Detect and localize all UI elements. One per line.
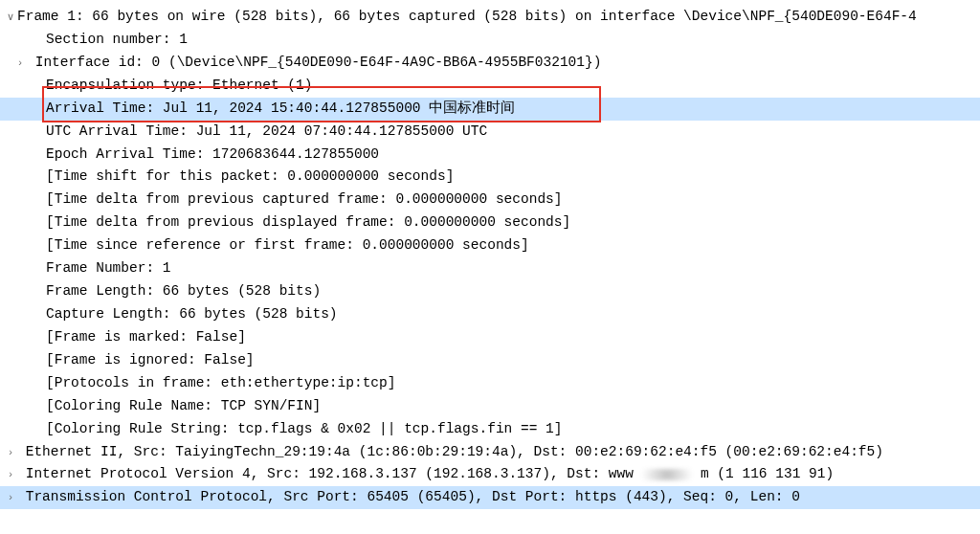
section-number-text: Section number: 1 <box>46 32 188 47</box>
arrival-time-row[interactable]: Arrival Time: Jul 11, 2024 15:40:44.1278… <box>0 98 980 121</box>
interface-id-row[interactable]: › Interface id: 0 (\Device\NPF_{540DE090… <box>0 52 980 75</box>
frame-length-text: Frame Length: 66 bytes (528 bits) <box>46 283 321 299</box>
chevron-right-icon[interactable]: › <box>13 54 27 71</box>
frame-number-row[interactable]: Frame Number: 1 <box>0 257 980 280</box>
chevron-right-icon[interactable]: › <box>4 465 17 482</box>
frame-ignored-text: [Frame is ignored: False] <box>46 352 255 367</box>
coloring-rule-name-text: [Coloring Rule Name: TCP SYN/FIN] <box>46 398 321 413</box>
ip-row[interactable]: › Internet Protocol Version 4, Src: 192.… <box>0 463 980 486</box>
time-shift-text: [Time shift for this packet: 0.000000000… <box>46 168 454 184</box>
capture-length-row[interactable]: Capture Length: 66 bytes (528 bits) <box>0 303 980 326</box>
frame-number-text: Frame Number: 1 <box>46 260 171 276</box>
time-delta-displayed-row[interactable]: [Time delta from previous displayed fram… <box>0 211 980 234</box>
utc-arrival-time-row[interactable]: UTC Arrival Time: Jul 11, 2024 07:40:44.… <box>0 121 980 144</box>
frame-summary-row[interactable]: ∨Frame 1: 66 bytes on wire (528 bits), 6… <box>0 6 980 29</box>
epoch-arrival-time-text: Epoch Arrival Time: 1720683644.127855000 <box>46 146 379 162</box>
redacted-host <box>634 469 701 480</box>
encapsulation-row[interactable]: Encapsulation type: Ethernet (1) <box>0 75 980 98</box>
time-delta-captured-text: [Time delta from previous captured frame… <box>46 191 563 207</box>
frame-summary-text: Frame 1: 66 bytes on wire (528 bits), 66… <box>17 9 917 24</box>
ip-text: Internet Protocol Version 4, Src: 192.16… <box>26 466 834 481</box>
time-delta-captured-row[interactable]: [Time delta from previous captured frame… <box>0 189 980 211</box>
time-delta-displayed-text: [Time delta from previous displayed fram… <box>46 214 570 230</box>
time-since-ref-row[interactable]: [Time since reference or first frame: 0.… <box>0 234 980 257</box>
frame-marked-text: [Frame is marked: False] <box>46 329 246 345</box>
arrival-time-text: Arrival Time: Jul 11, 2024 15:40:44.1278… <box>46 100 515 116</box>
protocols-row[interactable]: [Protocols in frame: eth:ethertype:ip:tc… <box>0 372 980 395</box>
coloring-rule-name-row[interactable]: [Coloring Rule Name: TCP SYN/FIN] <box>0 395 980 418</box>
chevron-down-icon[interactable]: ∨ <box>4 8 17 25</box>
ethernet-text: Ethernet II, Src: TaiyingTechn_29:19:4a … <box>26 444 883 459</box>
frame-ignored-row[interactable]: [Frame is ignored: False] <box>0 349 980 372</box>
frame-marked-row[interactable]: [Frame is marked: False] <box>0 326 980 349</box>
encapsulation-text: Encapsulation type: Ethernet (1) <box>46 78 312 93</box>
capture-length-text: Capture Length: 66 bytes (528 bits) <box>46 306 338 322</box>
interface-id-text: Interface id: 0 (\Device\NPF_{540DE090-E… <box>35 55 602 70</box>
coloring-rule-string-row[interactable]: [Coloring Rule String: tcp.flags & 0x02 … <box>0 418 980 441</box>
time-since-ref-text: [Time since reference or first frame: 0.… <box>46 237 529 253</box>
time-shift-row[interactable]: [Time shift for this packet: 0.000000000… <box>0 166 980 189</box>
ethernet-row[interactable]: › Ethernet II, Src: TaiyingTechn_29:19:4… <box>0 441 980 464</box>
coloring-rule-string-text: [Coloring Rule String: tcp.flags & 0x02 … <box>46 421 563 436</box>
tcp-row[interactable]: › Transmission Control Protocol, Src Por… <box>0 486 980 509</box>
section-number-row[interactable]: Section number: 1 <box>0 29 980 52</box>
tcp-text: Transmission Control Protocol, Src Port:… <box>26 489 800 504</box>
chevron-right-icon[interactable]: › <box>4 488 17 505</box>
utc-arrival-time-text: UTC Arrival Time: Jul 11, 2024 07:40:44.… <box>46 123 487 139</box>
packet-details-tree: ∨Frame 1: 66 bytes on wire (528 bits), 6… <box>0 0 980 509</box>
chevron-right-icon[interactable]: › <box>4 443 17 460</box>
frame-length-row[interactable]: Frame Length: 66 bytes (528 bits) <box>0 280 980 303</box>
protocols-text: [Protocols in frame: eth:ethertype:ip:tc… <box>46 375 395 390</box>
epoch-arrival-time-row[interactable]: Epoch Arrival Time: 1720683644.127855000 <box>0 144 980 167</box>
